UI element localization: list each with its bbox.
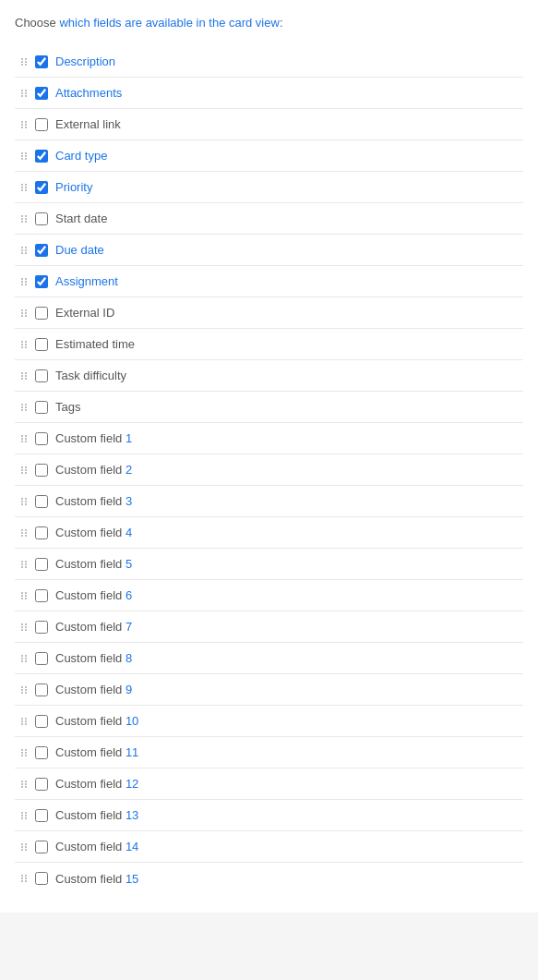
- drag-handle-icon[interactable]: [18, 404, 30, 411]
- drag-handle-icon[interactable]: [18, 843, 30, 851]
- checkbox-tags[interactable]: [35, 401, 48, 414]
- field-label-priority: Priority: [55, 180, 92, 194]
- drag-handle-icon[interactable]: [18, 875, 30, 882]
- field-checkbox-wrap[interactable]: [35, 118, 48, 131]
- drag-handle-icon[interactable]: [18, 592, 30, 599]
- field-checkbox-wrap[interactable]: [35, 495, 48, 508]
- checkbox-custom-field-8[interactable]: [35, 652, 48, 665]
- field-checkbox-wrap[interactable]: [35, 558, 48, 571]
- field-label-assignment: Assignment: [55, 274, 118, 288]
- checkbox-start-date[interactable]: [35, 212, 48, 225]
- drag-handle-icon[interactable]: [18, 435, 30, 442]
- field-checkbox-wrap[interactable]: [35, 432, 48, 445]
- checkbox-custom-field-14[interactable]: [35, 841, 48, 853]
- field-label-custom-field-7: Custom field 7: [55, 620, 132, 634]
- checkbox-custom-field-15[interactable]: [35, 872, 48, 885]
- checkbox-external-link[interactable]: [35, 118, 48, 131]
- checkbox-custom-field-3[interactable]: [35, 495, 48, 508]
- field-row: Custom field 15: [15, 863, 523, 894]
- drag-handle-icon[interactable]: [18, 686, 30, 694]
- field-checkbox-wrap[interactable]: [35, 526, 48, 539]
- drag-handle-icon[interactable]: [18, 90, 30, 97]
- field-checkbox-wrap[interactable]: [35, 684, 48, 696]
- field-checkbox-wrap[interactable]: [35, 181, 48, 194]
- checkbox-custom-field-12[interactable]: [35, 778, 48, 791]
- field-row: Custom field 8: [15, 643, 523, 674]
- drag-handle-icon[interactable]: [18, 466, 30, 474]
- checkbox-custom-field-13[interactable]: [35, 809, 48, 822]
- field-label-external-link: External link: [55, 117, 121, 131]
- drag-handle-icon[interactable]: [18, 152, 30, 160]
- field-label-custom-field-10: Custom field 10: [55, 714, 138, 728]
- drag-handle-icon[interactable]: [18, 309, 30, 317]
- field-checkbox-wrap[interactable]: [35, 307, 48, 320]
- card-view-link[interactable]: which fields are available in the card v…: [59, 16, 279, 30]
- drag-handle-icon[interactable]: [18, 718, 30, 725]
- field-checkbox-wrap[interactable]: [35, 401, 48, 414]
- field-checkbox-wrap[interactable]: [35, 841, 48, 853]
- drag-handle-icon[interactable]: [18, 247, 30, 254]
- drag-handle-icon[interactable]: [18, 121, 30, 128]
- checkbox-external-id[interactable]: [35, 307, 48, 320]
- field-row: External ID: [15, 297, 523, 329]
- drag-handle-icon[interactable]: [18, 341, 30, 348]
- header-description: Choose which fields are available in the…: [15, 15, 523, 31]
- field-row: Start date: [15, 203, 523, 235]
- drag-handle-icon[interactable]: [18, 372, 30, 380]
- drag-handle-icon[interactable]: [18, 561, 30, 568]
- field-checkbox-wrap[interactable]: [35, 244, 48, 257]
- field-label-custom-field-8: Custom field 8: [55, 651, 132, 665]
- field-checkbox-wrap[interactable]: [35, 652, 48, 665]
- field-checkbox-wrap[interactable]: [35, 621, 48, 634]
- checkbox-custom-field-9[interactable]: [35, 684, 48, 696]
- field-checkbox-wrap[interactable]: [35, 872, 48, 885]
- field-checkbox-wrap[interactable]: [35, 746, 48, 759]
- drag-handle-icon[interactable]: [18, 812, 30, 819]
- drag-handle-icon[interactable]: [18, 623, 30, 631]
- checkbox-task-difficulty[interactable]: [35, 369, 48, 382]
- field-checkbox-wrap[interactable]: [35, 87, 48, 100]
- field-checkbox-wrap[interactable]: [35, 809, 48, 822]
- field-checkbox-wrap[interactable]: [35, 212, 48, 225]
- field-row: Estimated time: [15, 329, 523, 360]
- checkbox-description[interactable]: [35, 55, 48, 68]
- field-checkbox-wrap[interactable]: [35, 778, 48, 791]
- checkbox-custom-field-1[interactable]: [35, 432, 48, 445]
- drag-handle-icon[interactable]: [18, 215, 30, 223]
- checkbox-custom-field-10[interactable]: [35, 715, 48, 728]
- checkbox-custom-field-6[interactable]: [35, 589, 48, 602]
- drag-handle-icon[interactable]: [18, 58, 30, 66]
- checkbox-custom-field-4[interactable]: [35, 526, 48, 539]
- checkbox-custom-field-11[interactable]: [35, 746, 48, 759]
- checkbox-custom-field-5[interactable]: [35, 558, 48, 571]
- field-label-custom-field-3: Custom field 3: [55, 494, 132, 508]
- field-row: Custom field 10: [15, 706, 523, 737]
- drag-handle-icon[interactable]: [18, 529, 30, 537]
- field-checkbox-wrap[interactable]: [35, 275, 48, 288]
- field-checkbox-wrap[interactable]: [35, 55, 48, 68]
- field-row: Custom field 13: [15, 800, 523, 831]
- drag-handle-icon[interactable]: [18, 655, 30, 662]
- drag-handle-icon[interactable]: [18, 498, 30, 505]
- checkbox-assignment[interactable]: [35, 275, 48, 288]
- checkbox-custom-field-2[interactable]: [35, 464, 48, 477]
- checkbox-estimated-time[interactable]: [35, 338, 48, 351]
- field-label-start-date: Start date: [55, 212, 107, 225]
- field-checkbox-wrap[interactable]: [35, 464, 48, 477]
- field-checkbox-wrap[interactable]: [35, 369, 48, 382]
- field-checkbox-wrap[interactable]: [35, 338, 48, 351]
- checkbox-card-type[interactable]: [35, 150, 48, 163]
- drag-handle-icon[interactable]: [18, 780, 30, 788]
- field-row: Custom field 14: [15, 831, 523, 863]
- settings-panel: Choose which fields are available in the…: [0, 0, 538, 913]
- checkbox-attachments[interactable]: [35, 87, 48, 100]
- field-checkbox-wrap[interactable]: [35, 589, 48, 602]
- checkbox-due-date[interactable]: [35, 244, 48, 257]
- drag-handle-icon[interactable]: [18, 749, 30, 756]
- field-checkbox-wrap[interactable]: [35, 715, 48, 728]
- checkbox-priority[interactable]: [35, 181, 48, 194]
- drag-handle-icon[interactable]: [18, 184, 30, 191]
- field-checkbox-wrap[interactable]: [35, 150, 48, 163]
- drag-handle-icon[interactable]: [18, 278, 30, 285]
- checkbox-custom-field-7[interactable]: [35, 621, 48, 634]
